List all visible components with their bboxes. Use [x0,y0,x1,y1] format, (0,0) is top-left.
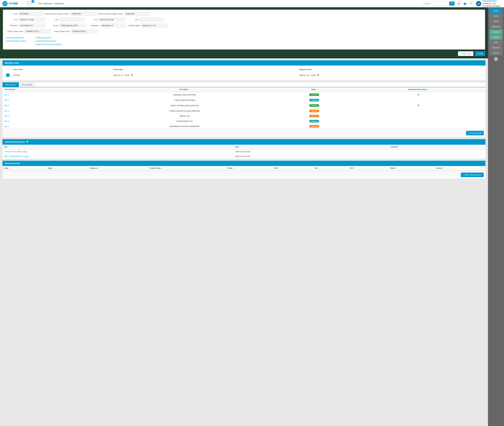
maritime-header: Maritime route [2,60,485,65]
user-company: Seaward Co. Ltd [483,2,502,5]
col-vessel-agv[interactable]: AGV ↕ [272,166,314,170]
col-fal-number[interactable]: FAL Number ↕ [2,87,92,92]
sidebar-item-departure[interactable]: Departure [490,45,503,50]
col-vessel-sd[interactable]: SD ↕ [314,166,348,170]
col-fal-name[interactable]: FAL Name ↑ [92,87,277,92]
export-captain-input[interactable] [71,29,97,33]
fal-name-cell: CREW LIST [92,114,277,119]
unloading-operations-link[interactable]: Unloading operations [6,36,26,39]
col-vessel-billed[interactable]: Billed ↕ [389,166,435,170]
refresh-button[interactable]: ↻ [27,1,32,6]
vessel-input[interactable] [60,24,86,28]
fal-row: FAL 4 CREW'S EFFECTS DECLARATION Validat… [2,108,485,114]
doc-date: 2024-01-16 18:48 [234,149,388,154]
add-to-cart-button[interactable]: + Add to cart [458,51,474,56]
vessel-body: Code ↕Type ↕Stopover ↕Creation Date ↕Cli… [2,166,485,171]
col-vessel-type[interactable]: Type ↕ [47,166,89,170]
col-vessel-code[interactable]: Code ↕ [2,166,47,170]
state-badge: Validated [309,120,319,122]
sidebar-item-movement[interactable]: Movement [490,24,503,29]
vessel-group: Vessel [47,24,86,28]
create-manifest-export-link[interactable]: Create Manifest (Export) [35,40,62,42]
notification-badge: 0 [32,0,35,3]
search-input[interactable] [423,2,449,6]
etd-label: ETD [86,19,97,21]
tab-fals-export[interactable]: FALs Export [19,82,35,87]
fal-name-cell: SHIP'S STORES DECLARATION [92,103,277,108]
col-vessel-client[interactable]: Client ↕ [226,166,272,170]
arrival-calendar-icon[interactable]: 📅 [131,74,133,76]
fal-row: FAL 5 CREW LIST Validated [2,114,485,119]
create-manifest-import-link[interactable]: Create Manifest (Import) [6,40,26,42]
atd-input[interactable] [139,18,164,21]
user-info: NB Norbert Boniface Seaward Co. Ltd Port… [476,0,502,7]
power-button[interactable]: ⏻ [456,1,461,6]
fal-state-cell: Validated [277,114,351,119]
shipping-agent-label: Shipping agent [128,25,140,27]
export-captain-group: Export captain name [53,29,97,33]
doc-file-link[interactable]: C'Fluide Front Office 4.jpeg [4,150,27,153]
vessel-table: Code ↕Type ↕Stopover ↕Creation Date ↕Cli… [2,166,485,171]
fal-number-link[interactable]: FAL 6 [4,120,9,122]
stevedore-input[interactable] [19,24,45,28]
sidebar-item-loaded[interactable]: Loaded [490,35,503,40]
sidebar-item-unloaded[interactable]: Unloaded [490,29,503,35]
ata-input[interactable] [60,18,84,21]
ext-export-input[interactable] [124,12,151,16]
doc-row: IMG_CA53A380E179-1.jpeg 2024-01-16 18:48 [2,154,485,159]
code-input[interactable] [19,12,43,16]
loading-operations-link[interactable]: Loading operations [35,36,62,39]
download-all-button[interactable]: ⬇ Download all [466,131,484,135]
state-badge: Validated [309,125,319,128]
download-icon[interactable]: ⬇ [417,104,419,107]
shipowner-input[interactable] [100,24,127,28]
nav-action-icons: ⏻ 👥 ⓘ [456,1,474,6]
eta-input[interactable] [19,18,45,21]
fal-download-cell [351,98,485,103]
sidebar-expand-icon[interactable]: ✦ [494,57,498,61]
col-fal-state[interactable]: State ↑ [277,87,351,92]
import-captain-input[interactable] [25,29,51,33]
col-vessel-acv[interactable]: ACV ↕ [348,166,389,170]
info-button[interactable]: ⓘ [469,1,474,6]
fal-number-link[interactable]: FAL 4 [4,110,9,112]
sidebar-item-cancel[interactable]: Cancel [490,50,503,56]
fal-number-link[interactable]: FAL 3 [4,105,9,107]
fal-number-cell: FAL 2 [2,98,92,103]
doc-file-link[interactable]: IMG_CA53A380E179-1.jpeg [4,155,28,157]
code-group: Code [6,12,43,16]
etd-input[interactable] [99,18,125,21]
fal-download-cell [351,114,485,119]
col-vessel-cancel[interactable]: Cancel ↕ [435,166,485,170]
search-button[interactable]: 🔍 [449,2,455,6]
stevedore-label: Stevedore [6,25,18,27]
download-icon[interactable]: ⬇ [417,93,419,96]
shipping-agent-input[interactable] [141,24,167,28]
users-button[interactable]: 👥 [463,1,468,6]
ext-export-group: External Export voyage number [98,12,150,16]
docs-eye-icon[interactable]: 👁 [26,141,28,143]
edit-button[interactable]: ✎ Edit [475,51,485,56]
etd-group: ETD [86,18,125,21]
col-vessel-stopover[interactable]: Stopover ↕ [89,166,148,170]
ext-import-input[interactable] [70,12,97,16]
fal-number-link[interactable]: FAL 5 [4,115,9,117]
departure-calendar-icon[interactable]: 📅 [317,74,319,76]
fal-number-link[interactable]: FAL 1 [4,94,9,96]
fal-number-link[interactable]: FAL 7 [4,125,9,128]
form-row-1: Code External Import voyage number Exter… [6,12,482,16]
atd-label: ATD [127,19,138,21]
sidebar-item-bar[interactable]: BAR [490,14,503,19]
col-vessel-creation-date[interactable]: Creation Date ↕ [148,166,226,170]
fal-number-link[interactable]: FAL 2 [4,99,9,101]
back-button[interactable]: ← [21,1,26,6]
sidebar-item-dar[interactable]: DAR [490,40,503,45]
col-fal-download[interactable]: Download last version ↑ [351,87,485,92]
fal-row: FAL 2 CARGO DECLARATION Validated [2,98,485,103]
cargo-units-link[interactable]: CargoUnits announced (Export) [35,43,62,45]
tab-fals-import[interactable]: FALs Import [2,82,19,87]
sidebar-item-arrival[interactable]: Arrival [490,19,503,24]
sidebar-item-history[interactable]: History [490,8,503,14]
add-vessel-services-button[interactable]: + Add vessel services [461,173,484,177]
vessel-label: Vessel [47,25,58,27]
